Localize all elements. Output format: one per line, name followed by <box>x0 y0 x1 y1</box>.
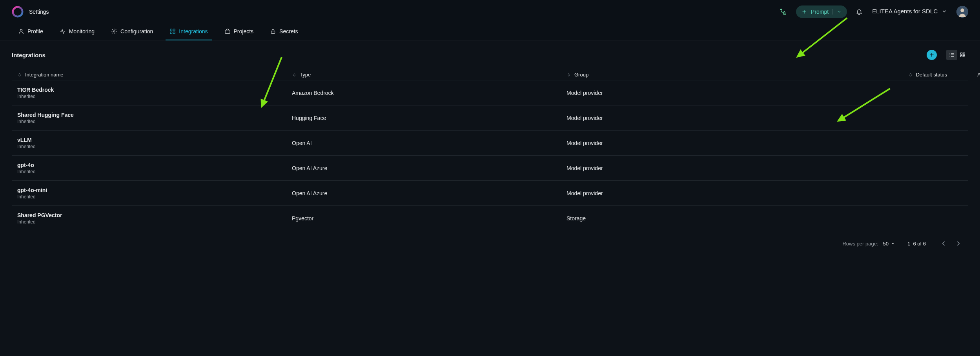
section-title: Integrations <box>12 52 46 58</box>
column-header-actions: Actions <box>947 72 980 78</box>
sort-icon <box>17 73 22 77</box>
table-row[interactable]: TIGR Bedrock Inherited Amazon Bedrock Mo… <box>12 80 968 105</box>
table-header: Integration name Type Group Default stat… <box>12 72 968 78</box>
integration-name: gpt-4o-mini <box>17 187 292 193</box>
integration-inherited-label: Inherited <box>17 144 292 149</box>
logo-group: Settings <box>12 6 49 18</box>
cell-group: Model provider <box>567 165 849 171</box>
workspace-selector[interactable]: ELITEA Agents for SDLC <box>871 6 948 17</box>
svg-rect-12 <box>963 53 965 54</box>
cell-actions <box>947 189 980 198</box>
tab-label: Profile <box>27 28 43 35</box>
integration-name: vLLM <box>17 137 292 143</box>
table-row[interactable]: gpt-4o Inherited Open AI Azure Model pro… <box>12 155 968 180</box>
integration-inherited-label: Inherited <box>17 219 292 225</box>
gear-icon <box>111 28 117 35</box>
app-logo-icon <box>12 6 24 18</box>
svg-rect-7 <box>170 32 172 34</box>
section-header: Integrations <box>12 50 968 60</box>
table-row[interactable]: Shared PGVector Inherited Pgvector Stora… <box>12 205 968 231</box>
sort-icon <box>292 73 297 77</box>
grid-icon <box>169 28 176 35</box>
integration-name: Shared PGVector <box>17 212 292 218</box>
notifications-icon[interactable] <box>856 8 863 15</box>
column-header-group[interactable]: Group <box>567 72 849 78</box>
prev-page-button[interactable] <box>938 238 949 249</box>
list-view-button[interactable] <box>946 50 957 60</box>
tab-label: Configuration <box>120 28 153 35</box>
rows-per-page-select[interactable]: 50 <box>883 241 896 247</box>
cell-name: gpt-4o-mini Inherited <box>17 187 292 200</box>
integration-name: Shared Hugging Face <box>17 112 292 118</box>
table-row[interactable]: gpt-4o-mini Inherited Open AI Azure Mode… <box>12 180 968 205</box>
avatar[interactable] <box>956 6 968 18</box>
cell-name: vLLM Inherited <box>17 137 292 149</box>
header-actions: Prompt ELITEA Agents for SDLC <box>779 5 968 18</box>
lock-icon <box>270 28 276 35</box>
view-toggle <box>946 50 968 60</box>
cell-name: Shared PGVector Inherited <box>17 212 292 225</box>
svg-point-0 <box>13 7 22 16</box>
cell-group: Storage <box>567 215 849 222</box>
tab-label: Integrations <box>179 28 208 35</box>
cell-group: Model provider <box>567 190 849 196</box>
cell-actions <box>947 138 980 148</box>
page-content: Integrations Integration name Type <box>0 40 980 265</box>
svg-rect-13 <box>961 55 962 57</box>
column-header-name[interactable]: Integration name <box>17 72 292 78</box>
svg-rect-5 <box>170 29 172 31</box>
next-page-button[interactable] <box>953 238 964 249</box>
workspace-label: ELITEA Agents for SDLC <box>872 8 938 15</box>
table-row[interactable]: Shared Hugging Face Inherited Hugging Fa… <box>12 105 968 130</box>
sort-icon <box>908 73 913 77</box>
svg-point-3 <box>20 29 22 31</box>
table-row[interactable]: vLLM Inherited Open AI Model provider <box>12 130 968 155</box>
tab-configuration[interactable]: Configuration <box>107 24 157 40</box>
new-prompt-button[interactable]: Prompt <box>796 5 847 18</box>
column-header-type[interactable]: Type <box>292 72 567 78</box>
tab-secrets[interactable]: Secrets <box>266 24 302 40</box>
cell-type: Open AI Azure <box>292 165 567 171</box>
integration-name: gpt-4o <box>17 162 292 168</box>
svg-rect-9 <box>225 30 230 34</box>
column-header-status[interactable]: Default status <box>849 72 947 78</box>
integration-name: TIGR Bedrock <box>17 87 292 93</box>
chevron-down-icon[interactable] <box>837 9 842 14</box>
plus-icon <box>929 52 934 58</box>
cell-actions <box>947 88 980 98</box>
cell-actions <box>947 214 980 223</box>
tab-profile[interactable]: Profile <box>14 24 47 40</box>
cell-type: Pgvector <box>292 215 567 222</box>
integrations-table: Integration name Type Group Default stat… <box>12 72 968 231</box>
integration-inherited-label: Inherited <box>17 169 292 174</box>
tab-monitoring[interactable]: Monitoring <box>56 24 98 40</box>
dropdown-arrow-icon <box>890 241 896 246</box>
cell-group: Model provider <box>567 115 849 121</box>
svg-rect-6 <box>173 29 175 31</box>
rows-per-page: Rows per page: 50 <box>842 241 896 247</box>
prompt-button-label: Prompt <box>811 9 829 15</box>
tab-projects[interactable]: Projects <box>220 24 258 40</box>
chevron-left-icon <box>940 240 947 247</box>
svg-point-4 <box>113 31 115 32</box>
chevron-right-icon <box>955 240 962 247</box>
tab-integrations[interactable]: Integrations <box>166 24 211 40</box>
briefcase-icon <box>224 28 231 35</box>
cell-name: Shared Hugging Face Inherited <box>17 112 292 124</box>
cell-type: Open AI <box>292 140 567 146</box>
pagination-arrows <box>938 238 964 249</box>
chevron-down-icon <box>942 9 947 14</box>
activity-icon <box>60 28 66 35</box>
cell-actions <box>947 163 980 173</box>
cell-type: Open AI Azure <box>292 190 567 196</box>
pagination-range: 1–6 of 6 <box>907 241 926 247</box>
app-header: Settings Prompt ELITEA Agents for SDLC <box>0 0 980 24</box>
integration-inherited-label: Inherited <box>17 194 292 200</box>
grid-view-button[interactable] <box>957 50 968 60</box>
shuffle-icon[interactable] <box>779 7 787 16</box>
cell-type: Amazon Bedrock <box>292 90 567 96</box>
list-icon <box>949 52 955 58</box>
add-integration-button[interactable] <box>927 50 937 60</box>
svg-rect-11 <box>961 53 962 54</box>
integration-inherited-label: Inherited <box>17 94 292 99</box>
